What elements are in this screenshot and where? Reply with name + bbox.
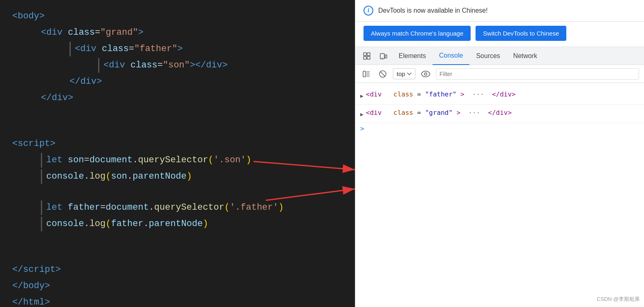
code-text: = [95, 25, 100, 40]
match-language-button[interactable]: Always match Chrome's language [364, 26, 471, 41]
context-dropdown[interactable]: top [393, 68, 415, 79]
code-line: console . log ( son . parentNode ) [0, 168, 355, 185]
code-text [63, 153, 68, 168]
tab-elements[interactable]: Elements [392, 47, 433, 65]
code-line: <div class = "son" ></div> [0, 57, 355, 74]
code-text: </script> [12, 262, 61, 277]
expand-arrow-1[interactable]: ▶ [360, 90, 364, 102]
code-line: </script> [0, 262, 355, 278]
code-text: '.son' [213, 153, 246, 168]
code-text: . [127, 169, 132, 184]
filter-input[interactable] [436, 68, 639, 80]
notification-bar: i DevTools is now available in Chinese! [355, 0, 644, 22]
code-line: </html> [0, 294, 355, 307]
code-text: = [129, 42, 134, 56]
svg-rect-5 [364, 56, 366, 59]
code-line [0, 185, 355, 199]
code-text: ( [105, 169, 111, 184]
code-text: let [46, 153, 63, 168]
code-text: son [111, 169, 127, 184]
svg-point-9 [382, 58, 383, 58]
console-entry-text-1: <div class = "father" > ··· </div> [366, 89, 516, 100]
code-text [63, 200, 68, 215]
code-text: father [111, 217, 143, 231]
code-line: </body> [0, 278, 355, 294]
code-text [63, 25, 68, 40]
console-output: ▶ <div class = "father" > ··· </div> ▶ <… [355, 83, 644, 307]
code-editor: <body> <div class = "grand" > <div class… [0, 0, 355, 307]
code-line [0, 232, 355, 247]
code-text: </body> [12, 279, 50, 294]
code-text: > [138, 25, 144, 40]
prompt-chevron: > [360, 125, 364, 132]
devtools-panel: i DevTools is now available in Chinese! … [355, 0, 644, 307]
inspect-icon[interactable] [359, 49, 374, 63]
code-line: console . log ( father . parentNode ) [0, 216, 355, 232]
code-text: '.father' [230, 200, 278, 215]
svg-rect-6 [367, 56, 370, 59]
custom-formatter-icon[interactable] [420, 68, 432, 80]
code-text: ) [278, 200, 284, 215]
console-prompt[interactable]: > [355, 123, 644, 134]
code-text: <div [41, 25, 63, 40]
console-entry-1: ▶ <div class = "father" > ··· </div> [355, 86, 644, 105]
code-text: parentNode [132, 169, 186, 184]
code-text [96, 42, 102, 56]
code-line: let father = document . querySelector ( … [0, 199, 355, 216]
code-text: son [68, 153, 84, 168]
code-text: </div> [70, 74, 102, 89]
tab-network[interactable]: Network [507, 47, 544, 65]
code-text: <div [103, 58, 125, 73]
code-line [0, 121, 355, 136]
code-text: <script> [12, 137, 56, 151]
svg-point-17 [424, 73, 427, 75]
code-line: <script> [0, 136, 355, 152]
devtools-toolbar: Elements Console Sources Network [355, 47, 644, 65]
code-text: . [132, 153, 138, 168]
code-text: </html> [12, 295, 50, 307]
code-text: <div [75, 42, 96, 56]
svg-rect-4 [367, 53, 370, 56]
code-text: > [177, 42, 183, 56]
code-text: document [105, 200, 149, 215]
code-text: . [84, 217, 89, 231]
code-text: ( [208, 153, 213, 168]
switch-language-button[interactable]: Switch DevTools to Chinese [476, 26, 566, 41]
svg-rect-3 [364, 53, 366, 56]
console-entry-2: ▶ <div class = "grand" > ··· </div> [355, 105, 644, 123]
code-text: ></div> [190, 58, 227, 73]
code-text: . [149, 200, 154, 215]
info-icon: i [364, 6, 373, 16]
svg-point-16 [422, 71, 430, 77]
code-line: <body> [0, 8, 355, 25]
code-text: father [68, 200, 100, 215]
device-icon[interactable] [376, 49, 390, 63]
tab-sources[interactable]: Sources [469, 47, 507, 65]
code-text: class [130, 58, 157, 73]
expand-arrow-2[interactable]: ▶ [360, 109, 364, 120]
watermark: CSDN @李斯枇果 [597, 296, 640, 303]
code-line: <div class = "father" > [0, 41, 355, 57]
code-text: querySelector [154, 200, 224, 215]
code-text: ( [224, 200, 230, 215]
code-line [0, 106, 355, 121]
clear-console-icon[interactable] [377, 68, 389, 80]
code-line: </div> [0, 90, 355, 106]
code-text: console [46, 169, 84, 184]
code-text: parentNode [149, 217, 203, 231]
code-text: log [90, 169, 106, 184]
code-text: = [100, 200, 105, 215]
code-text: class [68, 25, 95, 40]
sidebar-toggle-icon[interactable] [360, 68, 372, 80]
code-text: "father" [134, 42, 177, 56]
code-text: ) [246, 153, 251, 168]
svg-rect-10 [363, 71, 366, 77]
code-text: ) [203, 217, 208, 231]
code-text [125, 58, 130, 73]
console-entry-text-2: <div class = "grand" > ··· </div> [366, 107, 512, 119]
console-toolbar: top [355, 65, 644, 83]
code-text: <body> [12, 9, 45, 24]
code-text: "grand" [100, 25, 138, 40]
tab-console[interactable]: Console [433, 47, 470, 65]
code-text: querySelector [138, 153, 208, 168]
